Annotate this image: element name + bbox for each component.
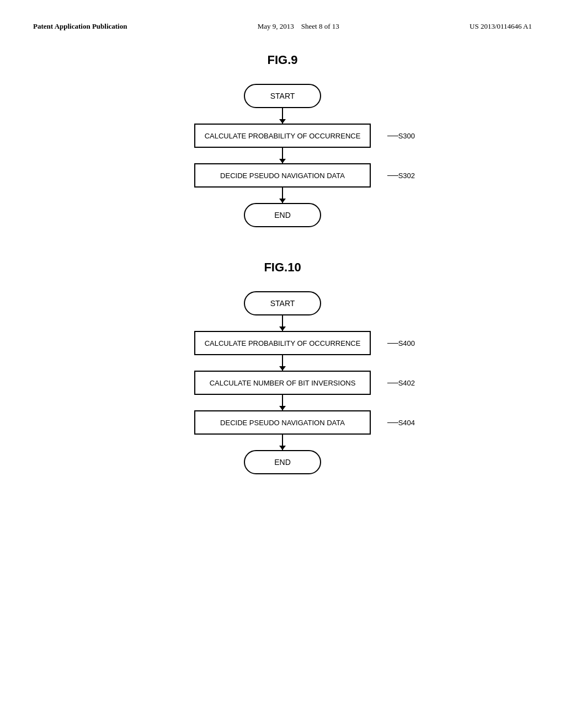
header-right: US 2013/0114646 A1 [470,22,532,31]
page: Patent Application Publication May 9, 20… [0,0,565,728]
fig9-start-row: START [244,84,321,108]
figure-9-section: FIG.9 START CALCULATE PROBABILITY OF OCC… [33,53,532,227]
header-sheet: Sheet 8 of 13 [301,22,339,30]
fig10-arrow-1 [282,315,283,331]
fig9-s302-node: DECIDE PSEUDO NAVIGATION DATA [194,163,371,188]
figure-10-section: FIG.10 START CALCULATE PROBABILITY OF OC… [33,260,532,474]
fig10-s404-node: DECIDE PSEUDO NAVIGATION DATA [194,410,371,435]
fig10-s404-row: DECIDE PSEUDO NAVIGATION DATA S404 [194,410,371,435]
fig9-diagram: START CALCULATE PROBABILITY OF OCCURRENC… [33,84,532,227]
header-left: Patent Application Publication [33,22,127,31]
fig10-s402-label: S402 [398,379,415,387]
fig9-end-row: END [244,203,321,227]
fig9-title: FIG.9 [33,53,532,67]
fig9-s300-label: S300 [398,132,415,140]
fig10-s402-row: CALCULATE NUMBER OF BIT INVERSIONS S402 [194,371,371,395]
fig9-s302-row: DECIDE PSEUDO NAVIGATION DATA S302 [194,163,371,188]
fig10-end-row: END [244,450,321,474]
fig10-start-row: START [244,291,321,315]
fig10-flowchart: START CALCULATE PROBABILITY OF OCCURRENC… [172,291,393,474]
fig10-s400-node: CALCULATE PROBABILITY OF OCCURRENCE [194,331,371,355]
header-center: May 9, 2013 Sheet 8 of 13 [258,22,339,31]
fig10-arrow-3 [282,395,283,410]
fig9-arrow-3 [282,188,283,203]
page-header: Patent Application Publication May 9, 20… [33,22,532,31]
fig10-s404-label: S404 [398,419,415,427]
fig9-s302-label: S302 [398,172,415,180]
fig9-s300-node: CALCULATE PROBABILITY OF OCCURRENCE [194,124,371,148]
header-date: May 9, 2013 [258,22,294,30]
fig9-s300-row: CALCULATE PROBABILITY OF OCCURRENCE S300 [194,124,371,148]
fig10-arrow-2 [282,355,283,371]
fig9-flowchart: START CALCULATE PROBABILITY OF OCCURRENC… [172,84,393,227]
fig10-start-node: START [244,291,321,315]
fig9-end-node: END [244,203,321,227]
fig10-s402-node: CALCULATE NUMBER OF BIT INVERSIONS [194,371,371,395]
fig10-s400-label: S400 [398,339,415,347]
fig9-arrow-1 [282,108,283,124]
fig10-end-node: END [244,450,321,474]
fig10-arrow-4 [282,435,283,450]
fig10-title: FIG.10 [33,260,532,275]
fig10-diagram: START CALCULATE PROBABILITY OF OCCURRENC… [33,291,532,474]
fig10-s400-row: CALCULATE PROBABILITY OF OCCURRENCE S400 [194,331,371,355]
fig9-start-node: START [244,84,321,108]
fig9-arrow-2 [282,148,283,163]
